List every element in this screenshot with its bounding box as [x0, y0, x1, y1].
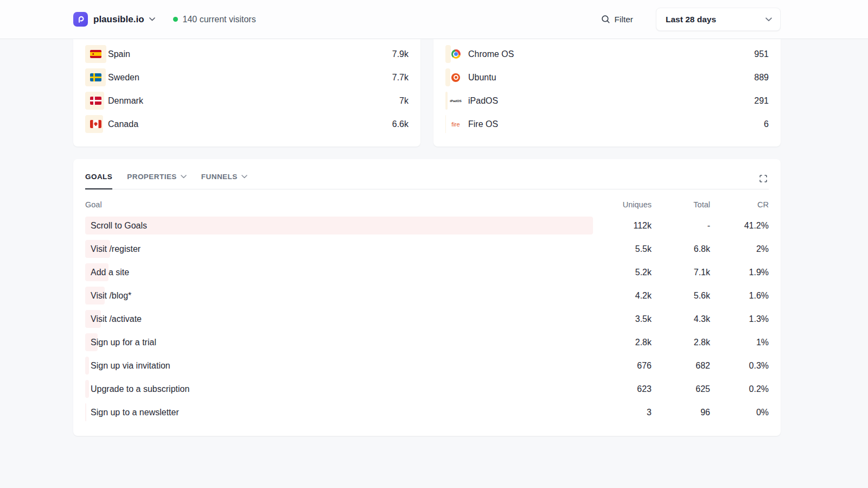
goal-uniques: 112k [593, 221, 652, 231]
date-range-picker[interactable]: Last 28 days [656, 8, 781, 31]
goal-row[interactable]: Upgrade to a subscription6236250.2% [85, 377, 769, 401]
goal-total: - [652, 221, 710, 231]
tab-label: PROPERTIES [127, 173, 177, 181]
goal-uniques: 3.5k [593, 314, 652, 324]
list-item[interactable]: Ubuntu889 [445, 66, 769, 89]
chevron-down-icon [765, 17, 772, 22]
goal-name: Sign up via invitation [85, 361, 593, 371]
column-cr: CR [710, 200, 769, 209]
list-item[interactable]: Sweden7.7k [85, 66, 409, 89]
goal-uniques: 4.2k [593, 291, 652, 301]
goal-row[interactable]: Visit /blog*4.2k5.6k1.6% [85, 284, 769, 307]
item-value: 889 [754, 73, 769, 83]
goals-tabs-row: GOALSPROPERTIESFUNNELS [85, 159, 769, 189]
current-visitors-label: 140 current visitors [183, 15, 256, 24]
goal-total: 7.1k [652, 268, 710, 277]
goals-table-header: Goal Uniques Total CR [85, 200, 769, 209]
top-bar: plausible.io 140 current visitors Filter… [0, 0, 868, 39]
goal-name: Sign up for a trial [85, 338, 593, 347]
item-name: Fire OS [468, 119, 498, 129]
item-value: 7.9k [392, 49, 409, 59]
ubuntu-icon [450, 73, 462, 82]
goal-row[interactable]: Sign up for a trial2.8k2.8k1% [85, 331, 769, 354]
list-item[interactable]: Chrome OS951 [445, 42, 769, 66]
goal-total: 2.8k [652, 338, 710, 347]
live-dot-icon [173, 17, 178, 22]
sweden-flag-icon [90, 73, 101, 81]
goal-name: Add a site [85, 268, 593, 277]
column-total: Total [652, 200, 710, 209]
list-item[interactable]: Spain7.9k [85, 42, 409, 66]
chevron-down-icon [181, 175, 187, 179]
goal-row[interactable]: Scroll to Goals112k-41.2% [85, 214, 769, 237]
list-item[interactable]: Canada6.6k [85, 112, 409, 136]
chevron-down-icon [241, 175, 247, 179]
item-name: Ubuntu [468, 73, 496, 83]
goal-total: 625 [652, 384, 710, 394]
goal-cr: 1% [710, 338, 769, 347]
tab-label: GOALS [85, 173, 112, 181]
operating-systems-card: Chrome OS951Ubuntu889iPadOSiPadOS291fire… [433, 39, 781, 147]
goal-name: Sign up to a newsletter [85, 408, 593, 417]
goal-cr: 1.9% [710, 268, 769, 277]
goal-cr: 0.2% [710, 384, 769, 394]
goal-cr: 41.2% [710, 221, 769, 231]
goal-row[interactable]: Visit /register5.5k6.8k2% [85, 237, 769, 261]
item-value: 6 [764, 119, 769, 129]
current-visitors[interactable]: 140 current visitors [173, 15, 256, 24]
goal-name: Upgrade to a subscription [85, 384, 593, 394]
goal-total: 682 [652, 361, 710, 371]
date-range-value: Last 28 days [666, 15, 716, 24]
list-item[interactable]: iPadOSiPadOS291 [445, 89, 769, 112]
goal-cr: 0.3% [710, 361, 769, 371]
expand-icon[interactable] [758, 173, 769, 184]
site-switcher[interactable]: plausible.io [73, 12, 155, 27]
goal-name: Visit /blog* [85, 291, 593, 301]
goal-cr: 0% [710, 408, 769, 417]
goal-row[interactable]: Visit /activate3.5k4.3k1.3% [85, 307, 769, 331]
item-name: Denmark [108, 96, 143, 106]
item-value: 7.7k [392, 73, 409, 83]
filter-button[interactable]: Filter [601, 15, 633, 24]
item-value: 291 [754, 96, 769, 106]
tab-properties[interactable]: PROPERTIES [127, 173, 187, 189]
goal-name: Visit /activate [85, 314, 593, 324]
chrome-os-icon [450, 49, 462, 59]
item-name: iPadOS [468, 96, 498, 106]
goal-uniques: 5.2k [593, 268, 652, 277]
goals-table-body: Scroll to Goals112k-41.2%Visit /register… [85, 214, 769, 424]
column-goal: Goal [85, 200, 593, 209]
item-name: Canada [108, 119, 138, 129]
goals-card: GOALSPROPERTIESFUNNELS Goal Uniques Tota… [73, 159, 781, 436]
goal-cr: 2% [710, 244, 769, 254]
goal-row[interactable]: Sign up via invitation6766820.3% [85, 354, 769, 377]
goal-cr: 1.3% [710, 314, 769, 324]
canada-flag-icon [90, 120, 101, 128]
tab-label: FUNNELS [201, 173, 238, 181]
item-value: 7k [399, 96, 409, 106]
goal-total: 6.8k [652, 244, 710, 254]
goal-total: 4.3k [652, 314, 710, 324]
fire-os-icon: fire [450, 121, 462, 128]
tab-funnels[interactable]: FUNNELS [201, 173, 247, 189]
item-name: Spain [108, 49, 130, 59]
column-uniques: Uniques [593, 200, 652, 209]
goal-name: Scroll to Goals [85, 221, 593, 231]
denmark-flag-icon [90, 97, 101, 105]
goal-uniques: 2.8k [593, 338, 652, 347]
list-item[interactable]: fireFire OS6 [445, 112, 769, 136]
goal-uniques: 676 [593, 361, 652, 371]
goal-uniques: 5.5k [593, 244, 652, 254]
goal-uniques: 3 [593, 408, 652, 417]
goal-uniques: 623 [593, 384, 652, 394]
goal-row[interactable]: Add a site5.2k7.1k1.9% [85, 261, 769, 284]
tab-goals[interactable]: GOALS [85, 173, 112, 189]
item-name: Chrome OS [468, 49, 514, 59]
goal-total: 5.6k [652, 291, 710, 301]
dashboard-content: Spain7.9kSweden7.7kDenmark7kCanada6.6k C… [73, 39, 781, 436]
search-icon [601, 15, 610, 24]
spain-flag-icon [90, 50, 101, 58]
goal-cr: 1.6% [710, 291, 769, 301]
list-item[interactable]: Denmark7k [85, 89, 409, 112]
goal-row[interactable]: Sign up to a newsletter3960% [85, 401, 769, 424]
